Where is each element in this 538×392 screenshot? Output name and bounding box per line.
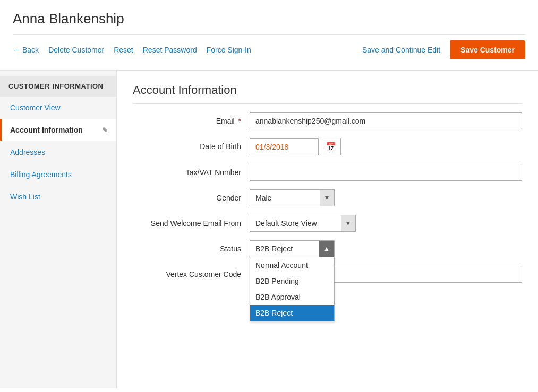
status-option-b2b-reject[interactable]: B2B Reject (250, 305, 334, 321)
sidebar-item-label: Wish List (10, 193, 40, 201)
calendar-icon: 📅 (326, 142, 336, 151)
status-dropdown-menu: Normal Account B2B Pending B2B Approval … (250, 257, 335, 321)
sidebar-section-title: CUSTOMER INFORMATION (0, 76, 116, 97)
section-title: Account Information (133, 83, 522, 104)
reset-button[interactable]: Reset (114, 46, 133, 54)
sidebar: CUSTOMER INFORMATION Customer View Accou… (0, 71, 117, 388)
save-customer-button[interactable]: Save Customer (450, 40, 525, 59)
dob-input[interactable] (250, 138, 319, 155)
content-area: Account Information Email * Date of Birt… (117, 71, 538, 388)
status-control-wrap: B2B Reject ▲ Normal Account B2B Pending … (250, 240, 522, 257)
gender-label: Gender (133, 189, 250, 202)
tax-control-wrap (250, 164, 522, 181)
tax-input[interactable] (250, 164, 522, 181)
welcome-email-row: Send Welcome Email From Default Store Vi… (133, 215, 522, 232)
status-label: Status (133, 240, 250, 253)
gender-control-wrap: Male Female Not Specified ▼ (250, 189, 522, 206)
status-option-normal[interactable]: Normal Account (250, 257, 334, 273)
status-value: B2B Reject (250, 241, 319, 257)
welcome-email-select[interactable]: Default Store View Main Website Store (250, 215, 356, 232)
sidebar-item-wish-list[interactable]: Wish List (0, 186, 116, 208)
dob-control-wrap: 📅 (250, 138, 522, 155)
email-label: Email * (133, 112, 250, 125)
welcome-email-label: Send Welcome Email From (133, 215, 250, 228)
vertex-label: Vertex Customer Code (133, 266, 250, 278)
gender-select[interactable]: Male Female Not Specified (250, 189, 335, 206)
sidebar-item-label: Addresses (10, 148, 45, 156)
account-information-form: Email * Date of Birth 📅 (133, 112, 522, 283)
gender-row: Gender Male Female Not Specified ▼ (133, 189, 522, 206)
sidebar-item-billing-agreements[interactable]: Billing Agreements (0, 163, 116, 186)
save-continue-button[interactable]: Save and Continue Edit (362, 46, 440, 54)
calendar-button[interactable]: 📅 (321, 138, 341, 155)
status-chevron-up-icon: ▲ (319, 241, 334, 257)
page-title: Anna Blankenship (13, 11, 525, 27)
status-dropdown-wrap: B2B Reject ▲ Normal Account B2B Pending … (250, 240, 522, 257)
sidebar-item-customer-view[interactable]: Customer View (0, 97, 116, 119)
status-select-display[interactable]: B2B Reject ▲ (250, 240, 335, 257)
dob-wrap: 📅 (250, 138, 522, 155)
edit-icon: ✎ (102, 126, 108, 134)
status-row: Status B2B Reject ▲ Normal Account B2B P… (133, 240, 522, 257)
status-option-b2b-pending[interactable]: B2B Pending (250, 273, 334, 289)
back-label: Back (22, 46, 39, 54)
email-control-wrap (250, 112, 522, 129)
email-input[interactable] (250, 112, 522, 129)
sidebar-item-label: Account Information (10, 126, 83, 134)
delete-customer-button[interactable]: Delete Customer (48, 46, 104, 54)
dob-row: Date of Birth 📅 (133, 138, 522, 155)
status-option-b2b-approval[interactable]: B2B Approval (250, 289, 334, 305)
dob-label: Date of Birth (133, 138, 250, 151)
reset-password-button[interactable]: Reset Password (143, 46, 197, 54)
sidebar-item-label: Billing Agreements (10, 170, 72, 179)
welcome-email-control-wrap: Default Store View Main Website Store ▼ (250, 215, 522, 232)
sidebar-item-account-information[interactable]: Account Information ✎ (0, 119, 116, 141)
email-required-indicator: * (238, 117, 241, 125)
tax-label: Tax/VAT Number (133, 164, 250, 177)
sidebar-item-addresses[interactable]: Addresses (0, 141, 116, 163)
welcome-email-select-container: Default Store View Main Website Store ▼ (250, 215, 356, 232)
action-bar: ← Back Delete Customer Reset Reset Passw… (13, 34, 525, 65)
email-row: Email * (133, 112, 522, 129)
back-button[interactable]: ← Back (13, 46, 39, 54)
back-arrow-icon: ← (13, 46, 20, 54)
gender-select-container: Male Female Not Specified ▼ (250, 189, 335, 206)
force-signin-button[interactable]: Force Sign-In (207, 46, 251, 54)
sidebar-item-label: Customer View (10, 103, 61, 112)
tax-row: Tax/VAT Number (133, 164, 522, 181)
main-content: CUSTOMER INFORMATION Customer View Accou… (0, 71, 538, 388)
